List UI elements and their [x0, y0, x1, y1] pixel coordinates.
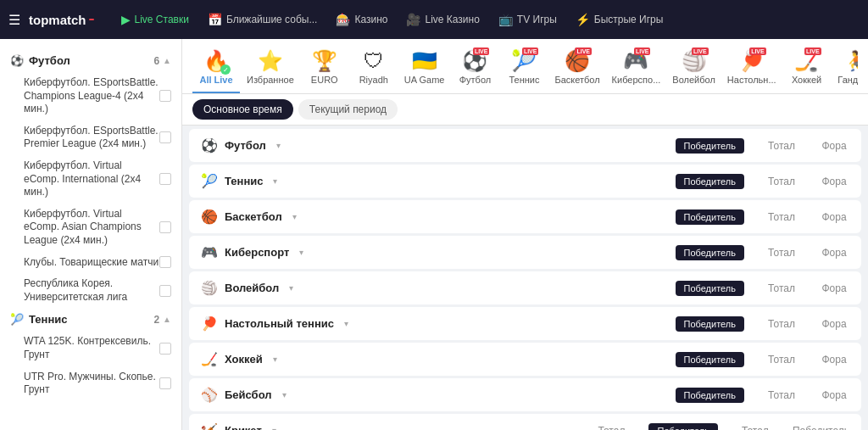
sport-tab-handball[interactable]: 🤾 Гандбол — [832, 46, 858, 93]
sport-tab-ua-game[interactable]: 🇺🇦 UA Game — [399, 46, 450, 93]
col-fora-baseball: Фора — [819, 389, 849, 401]
sport-tab-label-favorites: Избранное — [247, 75, 294, 85]
sport-tab-tennis[interactable]: 🎾 LIVE Теннис — [500, 46, 548, 93]
sport-title-left: 🎾 Теннис — [10, 313, 67, 326]
sidebar-item-checkbox-tennis-0[interactable] — [159, 343, 171, 355]
sidebar-item-football-4[interactable]: Клубы. Товарищеские матчи — [0, 252, 181, 274]
sport-tab-icon-hockey: 🏒 LIVE — [794, 49, 820, 73]
sidebar-item-football-1[interactable]: Киберфутбол. ESportsBattle. Premier Leag… — [0, 120, 181, 155]
sidebar-item-football-2[interactable]: Киберфутбол. Virtual eComp. Internationa… — [0, 155, 181, 204]
sport-name-cricket: Крикет — [225, 424, 262, 430]
sport-row-left-basketball: 🏀 Баскетбол ▾ — [201, 209, 676, 225]
sport-count-num-football: 6 — [153, 55, 159, 67]
sport-row-right-cricket: Тотал Победитель Тотал Победитель — [594, 423, 849, 431]
menu-icon[interactable]: ☰ — [8, 12, 20, 28]
sidebar-item-football-5[interactable]: Республика Корея. Университетская лига — [0, 273, 181, 308]
sport-tab-favorites[interactable]: ⭐ Избранное — [242, 46, 299, 93]
sport-tab-icon-euro: 🏆 — [312, 49, 337, 73]
sport-row-right-hockey: Победитель Тотал Фора — [676, 352, 849, 367]
sidebar: ⚽ Футбол 6 ▲ Киберфутбол. ESportsBattle.… — [0, 39, 182, 430]
sport-tab-volleyball[interactable]: 🏐 LIVE Волейбол — [667, 46, 721, 93]
nav-label-live-casino: Live Казино — [425, 14, 479, 25]
sport-tab-riyadh[interactable]: 🛡 Riyadh — [350, 46, 398, 93]
col-winner-hockey: Победитель — [676, 352, 744, 367]
sidebar-item-football-0[interactable]: Киберфутбол. ESportsBattle. Champions Le… — [0, 72, 181, 120]
col-fora-hockey: Фора — [819, 354, 849, 366]
sidebar-item-tennis-0[interactable]: WTA 125K. Контрексевиль. Грунт — [0, 331, 181, 366]
sidebar-item-checkbox-football-5[interactable] — [159, 285, 171, 297]
main-layout: ⚽ Футбол 6 ▲ Киберфутбол. ESportsBattle.… — [0, 39, 868, 430]
sport-row-hockey[interactable]: 🏒 Хоккей ▾ Победитель Тотал Фора — [189, 343, 861, 376]
sport-row-left-football: ⚽ Футбол ▾ — [201, 137, 676, 154]
sport-tab-label-all-live: All Live — [199, 75, 232, 85]
col-total-hockey: Тотал — [765, 354, 798, 366]
sport-tab-label-football: Футбол — [459, 75, 492, 85]
sport-tab-football[interactable]: ⚽ LIVE Футбол — [451, 46, 498, 93]
sidebar-group-football: ⚽ Футбол 6 ▲ Киберфутбол. ESportsBattle.… — [0, 49, 181, 308]
col-winner-volleyball: Победитель — [676, 281, 744, 296]
live-badge-football: LIVE — [473, 47, 490, 55]
nav-item-tv-games[interactable]: 📺TV Игры — [490, 8, 565, 31]
sidebar-sport-title-tennis[interactable]: 🎾 Теннис 2 ▲ — [0, 308, 181, 331]
sidebar-item-label-tennis-0: WTA 125K. Контрексевиль. Грунт — [24, 335, 159, 361]
sport-tab-euro[interactable]: 🏆 EURO — [301, 46, 348, 93]
cricket-extra-total: Тотал — [594, 425, 628, 431]
sport-row-baseball[interactable]: ⚾ Бейсбол ▾ Победитель Тотал Фора — [189, 378, 861, 411]
sport-row-football[interactable]: ⚽ Футбол ▾ Победитель Тотал Фора — [189, 129, 861, 162]
col-winner-basketball: Победитель — [676, 209, 744, 225]
sport-tab-label-table-tennis: Настольн... — [727, 75, 776, 85]
sport-tab-label-handball: Гандбол — [837, 75, 858, 85]
nav-item-live-casino[interactable]: 🎥Live Казино — [398, 8, 487, 31]
sport-chevron-volleyball: ▾ — [289, 283, 293, 293]
nav-label-tv-games: TV Игры — [517, 14, 557, 25]
sidebar-item-checkbox-football-3[interactable] — [159, 221, 171, 233]
nav-item-casino[interactable]: 🎰Казино — [327, 8, 396, 31]
sport-icon-hockey: 🏒 — [201, 351, 218, 367]
sport-icon-football: ⚽ — [201, 137, 218, 154]
sidebar-sport-icon-tennis: 🎾 — [10, 313, 24, 326]
sport-chevron-hockey: ▾ — [273, 355, 277, 364]
sport-row-cybersport[interactable]: 🎮 Киберспорт ▾ Победитель Тотал Фора — [189, 236, 861, 269]
sport-row-tennis[interactable]: 🎾 Теннис ▾ Победитель Тотал Фора — [189, 165, 861, 198]
logo-text: topmatch — [29, 13, 86, 27]
sport-tab-cybersport[interactable]: 🎮 LIVE Киберспо... — [607, 46, 666, 93]
live-badge-volleyball: LIVE — [692, 47, 709, 55]
sport-icon-volleyball: 🏐 — [201, 280, 218, 296]
sidebar-item-checkbox-football-2[interactable] — [159, 173, 171, 185]
sidebar-item-label-football-2: Киберфутбол. Virtual eComp. Internationa… — [24, 159, 159, 199]
nav-icon-casino: 🎰 — [336, 13, 350, 26]
nav-item-fast-games[interactable]: ⚡Быстрые Игры — [567, 8, 672, 31]
period-tab-current-period[interactable]: Текущий период — [298, 99, 398, 120]
nav-item-live-bets[interactable]: ▶Live Ставки — [113, 8, 198, 31]
sport-row-volleyball[interactable]: 🏐 Волейбол ▾ Победитель Тотал Фора — [189, 271, 861, 304]
sport-tab-icon-table-tennis: 🏓 LIVE — [739, 49, 765, 73]
sidebar-item-checkbox-football-1[interactable] — [159, 131, 171, 143]
sport-tab-hockey[interactable]: 🏒 LIVE Хоккей — [783, 46, 831, 93]
nav-icon-live-casino: 🎥 — [406, 13, 420, 26]
sport-tab-all-live[interactable]: 🔥 ✓ All Live — [192, 46, 240, 93]
nav-icon-tv-games: 📺 — [498, 13, 513, 26]
sidebar-item-tennis-1[interactable]: UTR Pro. Мужчины. Скопье. Грунт — [0, 366, 181, 401]
sport-tab-basketball[interactable]: 🏀 LIVE Баскетбол — [549, 46, 604, 93]
live-badge-basketball: LIVE — [575, 47, 592, 55]
live-badge-cybersport: LIVE — [634, 47, 651, 55]
sidebar-item-checkbox-tennis-1[interactable] — [159, 377, 171, 389]
period-tab-main-time[interactable]: Основное время — [192, 99, 293, 120]
sidebar-item-checkbox-football-0[interactable] — [159, 90, 171, 102]
sidebar-groups: ⚽ Футбол 6 ▲ Киберфутбол. ESportsBattle.… — [0, 49, 181, 401]
sport-chevron-table-tennis: ▾ — [344, 319, 348, 328]
sport-row-cricket[interactable]: 🏏 Крикет ▾ Тотал Победитель Тотал Победи… — [189, 414, 861, 430]
check-badge-all-live: ✓ — [220, 64, 231, 75]
sidebar-sport-title-football[interactable]: ⚽ Футбол 6 ▲ — [0, 49, 181, 72]
sport-row-right-basketball: Победитель Тотал Фора — [676, 209, 849, 225]
nav-item-nearest-events[interactable]: 📅Ближайшие собы... — [199, 8, 326, 31]
sport-row-table-tennis[interactable]: 🏓 Настольный теннис ▾ Победитель Тотал Ф… — [189, 307, 861, 340]
sidebar-item-checkbox-football-4[interactable] — [159, 256, 171, 268]
sport-tab-table-tennis[interactable]: 🏓 LIVE Настольн... — [722, 46, 782, 93]
sport-row-basketball[interactable]: 🏀 Баскетбол ▾ Победитель Тотал Фора — [189, 200, 861, 233]
sport-tabs-row: 🔥 ✓ All Live ⭐ Избранное 🏆 EURO 🛡 Riyadh… — [192, 46, 858, 93]
sidebar-item-football-3[interactable]: Киберфутбол. Virtual eComp. Asian Champi… — [0, 204, 181, 252]
col-winner-baseball: Победитель — [676, 388, 744, 403]
sport-icon-tennis: 🎾 — [201, 173, 218, 189]
sport-tab-icon-cybersport: 🎮 LIVE — [623, 49, 648, 73]
